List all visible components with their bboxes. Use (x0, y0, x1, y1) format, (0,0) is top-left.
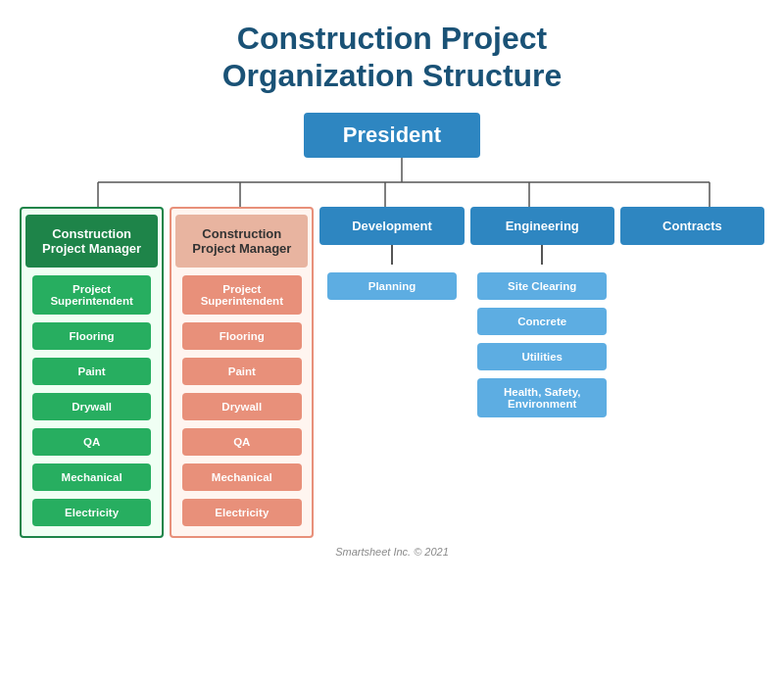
dev-connector (391, 245, 393, 265)
col-dev-item-0: Planning (327, 272, 457, 300)
page: Construction Project Organization Struct… (0, 0, 784, 683)
columns-row: ConstructionProject Manager Project Supe… (10, 207, 774, 538)
col-cpm2-item-6: Electricity (182, 499, 302, 526)
col-cpm1-item-2: Paint (32, 358, 152, 385)
col-cpm1-header: ConstructionProject Manager (25, 215, 158, 268)
col-con: Contracts (620, 207, 764, 245)
col-cpm2-item-0: Project Superintendent (182, 275, 302, 315)
col-cpm1-item-1: Flooring (32, 322, 152, 350)
col-cpm2-box: ConstructionProject Manager Project Supe… (170, 207, 314, 538)
col-eng-item-3: Health, Safety,Environment (477, 378, 607, 417)
col-cpm2: ConstructionProject Manager Project Supe… (170, 207, 314, 538)
col-cpm2-item-1: Flooring (182, 322, 302, 350)
title-line2: Organization Structure (222, 58, 563, 93)
col-cpm2-item-4: QA (182, 428, 302, 456)
col-dev: Development Planning (319, 207, 464, 300)
col-cpm1-item-4: QA (32, 428, 152, 456)
col-cpm1: ConstructionProject Manager Project Supe… (20, 207, 164, 538)
col-cpm1-item-5: Mechanical (32, 463, 152, 491)
col-eng-item-2: Utilities (477, 343, 607, 370)
connector-area (10, 158, 774, 207)
eng-connector (541, 245, 543, 265)
col-cpm2-item-5: Mechanical (182, 463, 302, 491)
col-eng-header: Engineering (470, 207, 614, 245)
col-eng-item-0: Site Clearing (477, 272, 607, 300)
col-cpm1-box: ConstructionProject Manager Project Supe… (20, 207, 164, 538)
col-cpm1-item-6: Electricity (32, 499, 152, 526)
col-eng-item-1: Concrete (477, 308, 607, 335)
col-cpm1-item-0: Project Superintendent (32, 275, 152, 315)
president-box: President (304, 113, 480, 158)
connector-svg (10, 158, 784, 207)
col-eng: Engineering Site Clearing Concrete Utili… (470, 207, 614, 417)
footer: Smartsheet Inc. © 2021 (10, 546, 774, 558)
president-row: President (10, 113, 774, 158)
col-con-header: Contracts (620, 207, 764, 245)
page-title: Construction Project Organization Struct… (10, 20, 774, 95)
col-cpm1-item-3: Drywall (32, 393, 152, 420)
title-line1: Construction Project (237, 21, 547, 56)
col-cpm2-item-3: Drywall (182, 393, 302, 420)
col-dev-header: Development (319, 207, 464, 245)
col-cpm2-header: ConstructionProject Manager (175, 215, 308, 268)
col-cpm2-item-2: Paint (182, 358, 302, 385)
